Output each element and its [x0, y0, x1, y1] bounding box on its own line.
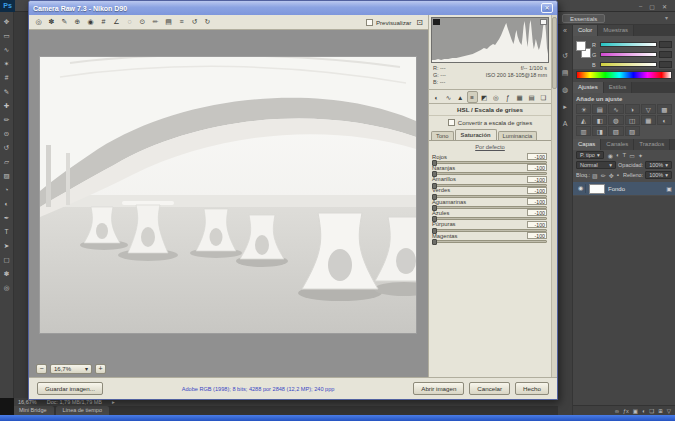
panel-tab[interactable]: Color — [573, 25, 598, 36]
channel-slider[interactable] — [600, 62, 657, 67]
selective-color-adjustment-icon[interactable]: ▨ — [625, 126, 640, 136]
channel-slider[interactable] — [600, 42, 657, 47]
windows-taskbar[interactable] — [0, 415, 675, 421]
hsl-tab[interactable]: Tono — [431, 131, 454, 140]
minimize-icon[interactable]: – — [639, 3, 642, 9]
brush-tool[interactable]: ✏ — [1, 113, 13, 127]
slider-value-input[interactable]: -100 — [527, 232, 547, 239]
actions-panel-icon[interactable]: ▸ — [563, 103, 567, 111]
properties-panel-icon[interactable]: ▤ — [562, 69, 569, 77]
lock-all-icon[interactable]: ▪ — [617, 172, 619, 179]
zoom-out-button[interactable]: − — [36, 364, 47, 374]
lasso-tool[interactable]: ∿ — [1, 43, 13, 57]
slider-value-input[interactable]: -100 — [527, 209, 547, 216]
workspace-switcher-button[interactable]: Essentials — [562, 14, 605, 23]
invert-adjustment-icon[interactable]: ◐ — [657, 115, 672, 125]
crop-tool[interactable]: # — [1, 71, 13, 85]
filter-shape-layers-icon[interactable]: ▭ — [629, 152, 635, 159]
filter-adjustment-layers-icon[interactable]: ◐ — [616, 152, 620, 159]
eraser-tool[interactable]: ▱ — [1, 155, 13, 169]
fullscreen-toggle-icon[interactable]: ⊡ — [416, 18, 423, 27]
tone-curve-tab[interactable]: ∿ — [443, 91, 454, 103]
bottom-tab[interactable]: Mini Bridge — [12, 406, 54, 415]
lock-position-icon[interactable]: ✥ — [609, 172, 614, 179]
dodge-tool[interactable]: ◐ — [1, 197, 13, 211]
panel-tab[interactable]: Estilos — [604, 82, 633, 93]
posterize-adjustment-icon[interactable]: ▥ — [576, 126, 591, 136]
curves-adjustment-icon[interactable]: ∿ — [608, 104, 623, 114]
collapse-dock-icon[interactable]: « — [563, 27, 567, 34]
layer-visibility-eye-icon[interactable]: ◉ — [576, 184, 586, 193]
workspace-menu-icon[interactable]: ▾ — [665, 13, 671, 24]
channel-value-box[interactable] — [659, 61, 672, 68]
lock-image-pixels-icon[interactable]: ✏ — [601, 172, 606, 179]
panel-tab[interactable]: Ajustes — [573, 82, 604, 93]
levels-adjustment-icon[interactable]: ▤ — [592, 104, 607, 114]
preview-checkbox[interactable] — [366, 19, 373, 26]
hsl-grayscale-tab[interactable]: ≡ — [467, 91, 478, 103]
hsl-tab[interactable]: Saturación — [455, 129, 497, 140]
crop-tool[interactable]: # — [97, 15, 110, 29]
channel-slider[interactable] — [600, 52, 657, 57]
layer-thumbnail[interactable] — [589, 184, 605, 194]
channel-mixer-adjustment-icon[interactable]: ◫ — [625, 115, 640, 125]
close-icon[interactable]: ✕ — [662, 3, 667, 10]
save-image-button[interactable]: Guardar imagen... — [37, 382, 103, 395]
panel-scrollbar[interactable] — [551, 15, 557, 377]
zoom-level-select[interactable]: 16,7%▾ — [50, 364, 92, 374]
history-brush-tool[interactable]: ↺ — [1, 141, 13, 155]
pen-tool[interactable]: ✒ — [1, 211, 13, 225]
bottom-tab[interactable]: Línea de tiempo — [56, 406, 109, 415]
lock-transparent-pixels-icon[interactable]: ▨ — [592, 172, 598, 179]
color-balance-adjustment-icon[interactable]: ◭ — [576, 115, 591, 125]
layer-row-background[interactable]: ◉ Fondo ▣ — [573, 182, 675, 195]
fill-value[interactable]: 100%▾ — [645, 171, 672, 179]
blur-tool[interactable]: ◔ — [1, 183, 13, 197]
color-spectrum-ramp[interactable] — [576, 71, 672, 79]
panel-tab[interactable]: Trazados — [634, 139, 670, 150]
presets-tab[interactable]: ▤ — [526, 91, 537, 103]
slider-value-input[interactable]: -100 — [527, 153, 547, 160]
slider-value-input[interactable]: -100 — [527, 187, 547, 194]
hsl-tab[interactable]: Luminancia — [498, 131, 538, 140]
new-group-icon[interactable]: ❏ — [649, 408, 654, 414]
slider-value-input[interactable]: -100 — [527, 176, 547, 183]
marquee-tool[interactable]: ▭ — [1, 29, 13, 43]
dialog-titlebar[interactable]: Camera Raw 7.3 - Nikon D90 ✕ — [29, 1, 557, 15]
slider-value-input[interactable]: -100 — [527, 164, 547, 171]
zoom-in-button[interactable]: + — [95, 364, 106, 374]
brightness-contrast-adjustment-icon[interactable]: ☀ — [576, 104, 591, 114]
color-lookup-adjustment-icon[interactable]: ▦ — [641, 115, 656, 125]
basic-tab[interactable]: ◐ — [431, 91, 442, 103]
split-toning-tab[interactable]: ◩ — [479, 91, 490, 103]
scrollbar-thumb[interactable] — [552, 17, 557, 89]
info-panel-icon[interactable]: ◍ — [562, 86, 568, 94]
filter-type-layers-icon[interactable]: T — [623, 152, 627, 159]
preview-image[interactable] — [40, 57, 416, 333]
history-panel-icon[interactable]: ↺ — [562, 52, 568, 60]
path-selection-tool[interactable]: ➤ — [1, 239, 13, 253]
shape-tool[interactable]: ▢ — [1, 253, 13, 267]
camera-calibration-tab[interactable]: ▦ — [514, 91, 525, 103]
type-tool[interactable]: T — [1, 225, 13, 239]
layer-effects-icon[interactable]: ƒx — [623, 408, 629, 414]
hand-tool[interactable]: ✽ — [45, 15, 58, 29]
layer-mask-icon[interactable]: ▣ — [633, 408, 638, 414]
zoom-tool[interactable]: ◎ — [1, 281, 13, 295]
lens-corrections-tab[interactable]: ◎ — [490, 91, 501, 103]
slider-track[interactable] — [432, 240, 547, 243]
gradient-tool[interactable]: ▨ — [1, 169, 13, 183]
grayscale-checkbox[interactable] — [448, 119, 455, 126]
cancel-button[interactable]: Cancelar — [469, 382, 510, 395]
quick-selection-tool[interactable]: ✶ — [1, 57, 13, 71]
default-link[interactable]: Por defecto — [429, 141, 551, 152]
gradient-map-adjustment-icon[interactable]: ▧ — [608, 126, 623, 136]
hue-saturation-adjustment-icon[interactable]: ▩ — [657, 104, 672, 114]
open-image-button[interactable]: Abrir imagen — [413, 382, 464, 395]
channel-value-box[interactable] — [659, 41, 672, 48]
panel-tab[interactable]: Canales — [601, 139, 634, 150]
zoom-tool[interactable]: ◎ — [32, 15, 45, 29]
adjustment-brush-tool[interactable]: ✏ — [149, 15, 162, 29]
panel-tab[interactable]: Muestras — [598, 25, 634, 36]
delete-layer-icon[interactable]: ▽ — [667, 408, 671, 414]
